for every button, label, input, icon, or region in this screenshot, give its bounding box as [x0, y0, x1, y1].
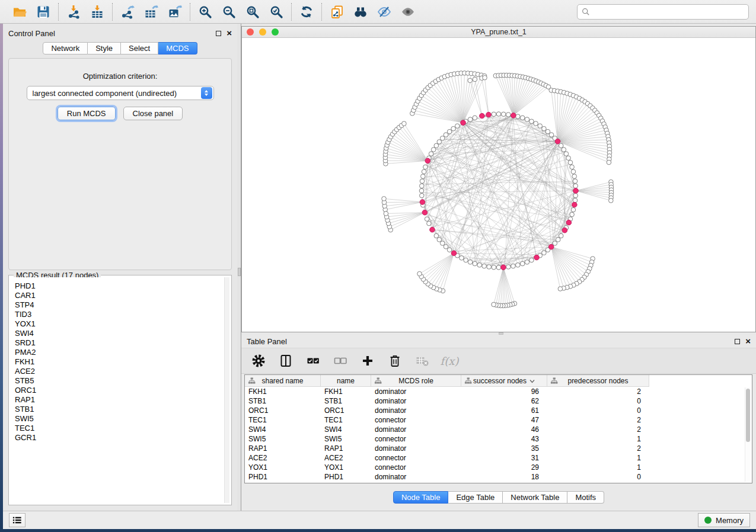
table-cell[interactable]: RAP1: [321, 444, 371, 453]
table-cell[interactable]: ACE2: [321, 453, 371, 463]
import-table-icon[interactable]: [90, 4, 105, 20]
mcds-result-item[interactable]: YOX1: [15, 319, 229, 329]
table-cell[interactable]: dominator: [371, 387, 461, 396]
mcds-result-item[interactable]: CAR1: [15, 291, 229, 300]
table-cell[interactable]: dominator: [371, 444, 461, 453]
mcds-result-item[interactable]: TID3: [15, 310, 229, 319]
close-panel-icon[interactable]: ×: [227, 30, 232, 36]
task-history-button[interactable]: [9, 513, 25, 527]
table-cell[interactable]: YOX1: [321, 463, 371, 472]
table-cell[interactable]: STB1: [245, 396, 321, 406]
table-cell[interactable]: 1: [547, 434, 649, 444]
table-row[interactable]: ORC1ORC1dominator610: [245, 406, 752, 415]
hide-selected-eye-icon[interactable]: [377, 4, 392, 20]
close-panel-button[interactable]: Close panel: [123, 107, 183, 120]
mcds-result-item[interactable]: SWI4: [15, 329, 229, 338]
table-row[interactable]: ACE2ACE2connector311: [245, 453, 752, 463]
network-canvas[interactable]: [242, 38, 755, 332]
table-cell[interactable]: dominator: [371, 472, 461, 482]
table-cell[interactable]: TEC1: [321, 415, 371, 425]
table-cell[interactable]: FKH1: [321, 387, 371, 396]
mcds-result-item[interactable]: RAP1: [15, 395, 229, 405]
table-cell[interactable]: SWI5: [245, 434, 321, 444]
mcds-result-item[interactable]: TEC1: [15, 424, 229, 433]
search-input[interactable]: [593, 7, 744, 16]
column-header-MCDS-role[interactable]: MCDS role: [371, 375, 461, 387]
mcds-result-item[interactable]: SRD1: [15, 338, 229, 348]
table-cell[interactable]: connector: [371, 415, 461, 425]
export-image-icon[interactable]: [167, 4, 183, 20]
open-folder-icon[interactable]: [12, 4, 27, 20]
delete-row-trash-icon[interactable]: [387, 353, 403, 368]
table-row[interactable]: SWI4SWI4dominator462: [245, 425, 752, 434]
tab-select[interactable]: Select: [121, 42, 158, 55]
mcds-result-scrollbar[interactable]: [224, 277, 229, 503]
table-row[interactable]: TEC1TEC1connector472: [245, 415, 752, 425]
float-panel-icon[interactable]: [216, 31, 221, 36]
table-cell[interactable]: 2: [547, 444, 649, 453]
table-cell[interactable]: 2: [547, 425, 649, 434]
zoom-in-icon[interactable]: [197, 4, 213, 20]
column-header-name[interactable]: name: [321, 375, 371, 387]
table-cell[interactable]: 29: [461, 463, 547, 472]
select-all-checked-icon[interactable]: [305, 353, 321, 368]
table-cell[interactable]: 62: [461, 396, 547, 406]
table-cell[interactable]: 0: [547, 472, 649, 482]
table-cell[interactable]: 2: [547, 415, 649, 425]
tab-style[interactable]: Style: [88, 42, 121, 55]
criterion-dropdown[interactable]: largest connected component (undirected): [27, 86, 214, 100]
copy-network-icon[interactable]: [329, 4, 344, 20]
table-row[interactable]: PHD1PHD1dominator180: [245, 472, 752, 482]
table-cell[interactable]: ACE2: [245, 453, 321, 463]
splitter-grip[interactable]: [238, 268, 241, 276]
table-cell[interactable]: YOX1: [245, 463, 321, 472]
table-cell[interactable]: 2: [547, 387, 649, 396]
network-window-titlebar[interactable]: YPA_prune.txt_1: [242, 27, 755, 38]
vertical-splitter[interactable]: [237, 24, 241, 511]
mcds-result-item[interactable]: ORC1: [15, 386, 229, 395]
table-cell[interactable]: 47: [461, 415, 547, 425]
column-header-predecessor-nodes[interactable]: predecessor nodes: [547, 375, 649, 387]
table-cell[interactable]: SWI4: [321, 425, 371, 434]
export-table-icon[interactable]: [143, 4, 159, 20]
table-cell[interactable]: 43: [461, 434, 547, 444]
table-cell[interactable]: STB1: [321, 396, 371, 406]
mcds-result-item[interactable]: STB5: [15, 376, 229, 386]
table-cell[interactable]: FKH1: [245, 387, 321, 396]
table-row[interactable]: RAP1RAP1dominator352: [245, 444, 752, 453]
tab-mcds[interactable]: MCDS: [158, 42, 197, 55]
deselect-all-unchecked-icon[interactable]: [333, 353, 348, 368]
table-cell[interactable]: 1: [547, 463, 649, 472]
horizontal-splitter[interactable]: [241, 332, 756, 335]
table-cell[interactable]: connector: [371, 453, 461, 463]
table-cell[interactable]: dominator: [371, 406, 461, 415]
memory-button[interactable]: Memory: [698, 513, 750, 527]
tab-network-table[interactable]: Network Table: [503, 491, 567, 504]
splitter-grip[interactable]: [499, 332, 503, 335]
zoom-out-icon[interactable]: [221, 4, 237, 20]
add-row-plus-icon[interactable]: [360, 353, 375, 368]
float-panel-icon[interactable]: [735, 339, 740, 344]
table-cell[interactable]: 1: [547, 453, 649, 463]
show-eye-icon[interactable]: [400, 4, 416, 20]
table-cell[interactable]: connector: [371, 434, 461, 444]
table-cell[interactable]: SWI4: [245, 425, 321, 434]
table-cell[interactable]: 31: [461, 453, 547, 463]
column-selector-icon[interactable]: [278, 353, 294, 368]
table-cell[interactable]: 18: [461, 472, 547, 482]
mcds-result-item[interactable]: SWI5: [15, 414, 229, 424]
search-binoculars-icon[interactable]: [353, 4, 368, 20]
refresh-layout-icon[interactable]: [299, 4, 314, 20]
tab-motifs[interactable]: Motifs: [567, 491, 604, 504]
table-cell[interactable]: dominator: [371, 396, 461, 406]
tab-node-table[interactable]: Node Table: [393, 491, 449, 504]
table-cell[interactable]: 96: [461, 387, 547, 396]
table-cell[interactable]: 0: [547, 396, 649, 406]
table-cell[interactable]: 61: [461, 406, 547, 415]
export-network-icon[interactable]: [120, 4, 135, 20]
table-cell[interactable]: RAP1: [245, 444, 321, 453]
table-cell[interactable]: ORC1: [321, 406, 371, 415]
table-cell[interactable]: PHD1: [321, 472, 371, 482]
function-fx-disabled-icon[interactable]: f(x): [442, 353, 457, 368]
table-cell[interactable]: ORC1: [245, 406, 321, 415]
